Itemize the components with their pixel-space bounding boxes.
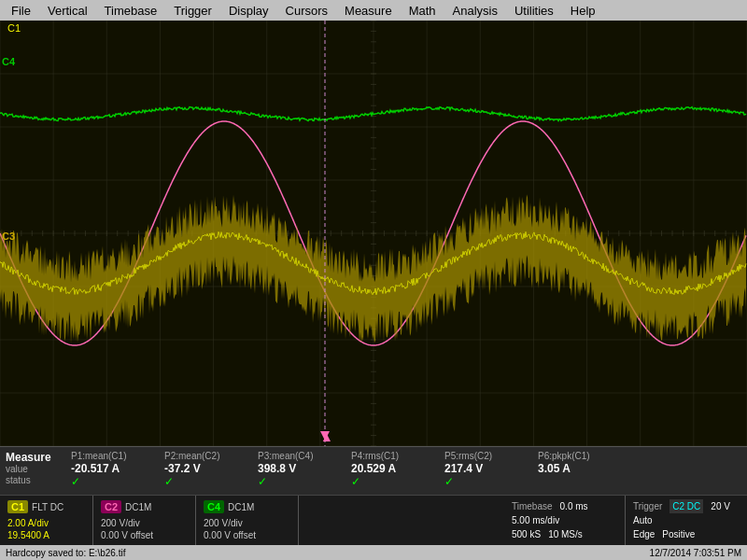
measure-p4: P4:rms(C1) 20.529 A ✓ — [351, 451, 444, 488]
menu-trigger[interactable]: Trigger — [166, 2, 219, 20]
channel-info-bar: C1 FLT DC 2.00 A/div 19.5400 A C2 DC1M 2… — [0, 495, 747, 545]
trigger-mode: Auto — [633, 513, 653, 527]
measure-p4-label: P4:rms(C1) — [351, 451, 437, 461]
menu-vertical[interactable]: Vertical — [40, 2, 95, 20]
ch4-filter: DC1M — [228, 502, 254, 512]
measure-p2: P2:mean(C2) -37.2 V ✓ — [164, 451, 258, 488]
menu-bar: File Vertical Timebase Trigger Display C… — [0, 0, 747, 21]
timebase-pos: 0.0 ms — [560, 499, 588, 513]
measure-p2-label: P2:mean(C2) — [164, 451, 250, 461]
ch1-top-marker: C1 — [7, 22, 21, 34]
scope-display: C4 C3 C1 ▲ — [0, 21, 747, 446]
ch2-offset: 0.00 V offset — [101, 529, 188, 541]
ch1-filter: FLT DC — [32, 502, 63, 512]
measure-p2-value: -37.2 V — [164, 462, 250, 475]
trigger-info: Trigger C2 DC 20 V Auto Edge Positive — [626, 496, 747, 545]
ch2-info: C2 DC1M 200 V/div 0.00 V offset — [93, 496, 196, 545]
timebase-rate: 10 MS/s — [548, 527, 583, 541]
ch2-tag: C2 — [101, 500, 121, 513]
measure-p2-check: ✓ — [164, 475, 250, 488]
ch4-scale: 200 V/div — [204, 517, 290, 529]
measure-p3-value: 398.8 V — [258, 462, 344, 475]
menu-utilities[interactable]: Utilities — [507, 2, 561, 20]
measure-p5-value: 217.4 V — [444, 462, 530, 475]
spacer — [299, 496, 504, 545]
ch2-scale: 200 V/div — [101, 517, 188, 529]
menu-measure[interactable]: Measure — [337, 2, 400, 20]
measure-p6-label: P6:pkpk(C1) — [538, 451, 624, 461]
menu-display[interactable]: Display — [221, 2, 276, 20]
measure-p1: P1:mean(C1) -20.517 A ✓ — [71, 451, 164, 488]
ch4-tag: C4 — [204, 500, 224, 513]
menu-cursors[interactable]: Cursors — [278, 2, 336, 20]
menu-file[interactable]: File — [4, 2, 38, 20]
status-bar: Hardcopy saved to: E:\b26.tif 12/7/2014 … — [0, 545, 747, 560]
measure-p3-check: ✓ — [258, 475, 344, 488]
menu-help[interactable]: Help — [563, 2, 603, 20]
measure-p1-check: ✓ — [71, 475, 157, 488]
waveform-canvas — [0, 21, 747, 446]
measure-p5-label: P5:rms(C2) — [444, 451, 530, 461]
measure-value-label: value — [6, 464, 63, 474]
ch2-filter: DC1M — [125, 502, 151, 512]
datetime: 12/7/2014 7:03:51 PM — [650, 548, 741, 558]
timebase-mem: 500 kS — [512, 527, 541, 541]
timebase-info: Timebase 0.0 ms 5.00 ms/div 500 kS 10 MS… — [504, 496, 626, 545]
measure-p6: P6:pkpk(C1) 3.05 A — [538, 451, 631, 475]
measure-header: Measure value status — [6, 451, 71, 486]
measure-p4-check: ✓ — [351, 475, 437, 488]
measure-p3-label: P3:mean(C4) — [258, 451, 344, 461]
trigger-level: 20 V — [711, 499, 730, 513]
trigger-ch: C2 DC — [669, 499, 703, 513]
measure-p1-label: P1:mean(C1) — [71, 451, 157, 461]
measure-p4-value: 20.529 A — [351, 462, 437, 475]
timebase-scale: 5.00 ms/div — [512, 513, 559, 527]
menu-analysis[interactable]: Analysis — [445, 2, 505, 20]
ch1-offset: 19.5400 A — [7, 529, 85, 541]
menu-timebase[interactable]: Timebase — [97, 2, 165, 20]
ch1-info: C1 FLT DC 2.00 A/div 19.5400 A — [0, 496, 93, 545]
measure-bar: Measure value status P1:mean(C1) -20.517… — [0, 446, 747, 495]
trigger-label: Trigger — [633, 499, 662, 513]
measure-p1-value: -20.517 A — [71, 462, 157, 475]
ch1-tag: C1 — [7, 500, 28, 513]
measure-title: Measure — [6, 451, 63, 464]
timebase-label: Timebase — [512, 499, 553, 513]
measure-p5: P5:rms(C2) 217.4 V ✓ — [444, 451, 538, 488]
ch1-scale: 2.00 A/div — [7, 517, 85, 529]
status-text: Hardcopy saved to: E:\b26.tif — [6, 548, 650, 558]
ch3-label: C3 — [2, 231, 15, 242]
trigger-slope: Positive — [662, 527, 695, 541]
ch4-offset: 0.00 V offset — [204, 529, 290, 541]
measure-p3: P3:mean(C4) 398.8 V ✓ — [258, 451, 351, 488]
measure-p6-value: 3.05 A — [538, 462, 624, 475]
menu-math[interactable]: Math — [402, 2, 444, 20]
measure-p5-check: ✓ — [444, 475, 530, 488]
trigger-marker-bottom: ▲ — [320, 429, 333, 444]
trigger-type: Edge — [633, 527, 655, 541]
ch4-label: C4 — [2, 56, 15, 67]
ch4-info: C4 DC1M 200 V/div 0.00 V offset — [196, 496, 299, 545]
measure-status-label: status — [6, 475, 63, 485]
